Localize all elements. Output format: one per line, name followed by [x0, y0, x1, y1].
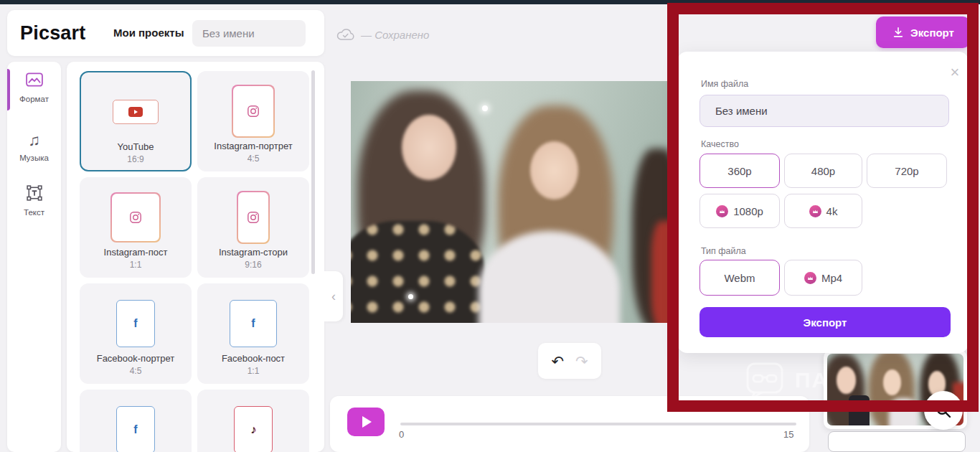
file-type-option-label: Webm	[724, 272, 755, 284]
facebook-frame-shape: f	[116, 406, 155, 452]
video-preview-canvas[interactable]	[351, 81, 671, 323]
quality-option-4k[interactable]: 4k	[784, 194, 862, 228]
instagram-frame-shape	[238, 192, 268, 243]
my-projects-link[interactable]: Мои проекты	[113, 27, 184, 39]
format-tile-instagram-post[interactable]: Instagram-пост 1:1	[80, 177, 192, 278]
text-icon	[7, 185, 61, 205]
close-icon[interactable]: ×	[947, 65, 963, 80]
premium-crown-icon	[716, 205, 728, 217]
quality-option-480p[interactable]: 480p	[784, 154, 862, 188]
quality-option-1080p[interactable]: 1080p	[699, 194, 780, 228]
facebook-icon: f	[133, 317, 137, 330]
timeline-start-label: 0	[399, 429, 404, 440]
timeline-end-label: 15	[783, 429, 793, 440]
file-type-option-mp4[interactable]: Mp4	[784, 260, 862, 296]
instagram-icon	[129, 211, 142, 224]
tile-label: Instagram-стори	[219, 247, 288, 258]
bottom-right-field[interactable]	[828, 431, 966, 452]
sidebar-item-label: Музыка	[7, 154, 61, 162]
sidebar-item-label: Текст	[7, 208, 61, 217]
cloud-check-icon	[336, 27, 355, 42]
quality-option-label: 360p	[727, 165, 751, 177]
quality-option-720p[interactable]: 720p	[867, 154, 947, 188]
facebook-frame-shape: f	[230, 300, 277, 347]
format-tile-facebook-extra[interactable]: f	[80, 390, 192, 452]
panel-collapse-tab[interactable]: ‹	[324, 271, 343, 321]
timeline-track[interactable]	[400, 423, 796, 425]
file-name-label: Имя файла	[701, 79, 748, 89]
format-tile-tiktok[interactable]: ♪	[197, 390, 309, 452]
tile-ratio: 1:1	[248, 366, 260, 376]
download-icon	[892, 26, 905, 39]
quality-option-label: 4k	[826, 205, 838, 217]
instagram-icon	[247, 211, 260, 224]
redo-button[interactable]: ↷	[575, 354, 588, 369]
quality-option-label: 720p	[895, 165, 918, 177]
quality-option-label: 480p	[811, 165, 835, 177]
quality-label: Качество	[701, 139, 739, 149]
tile-label: YouTube	[117, 141, 154, 152]
music-icon: ♫	[7, 131, 61, 151]
site-watermark: ПА	[745, 361, 829, 400]
tiktok-frame-shape: ♪	[234, 406, 273, 452]
youtube-frame-shape	[113, 100, 159, 124]
project-name-input[interactable]	[192, 20, 306, 47]
tile-ratio: 4:5	[248, 154, 260, 164]
format-panel: YouTube 16:9 Instagram-портрет 4:5 Insta…	[67, 62, 324, 452]
file-type-option-webm[interactable]: Webm	[699, 260, 780, 296]
sidebar-item-music[interactable]: ♫ Музыка	[7, 131, 61, 162]
format-tile-youtube[interactable]: YouTube 16:9	[80, 71, 192, 171]
undo-redo-group: ↶ ↷	[538, 343, 601, 379]
quality-option-label: 1080p	[733, 205, 763, 217]
zoom-preview-button[interactable]	[924, 391, 963, 430]
tile-label: Instagram-пост	[104, 247, 168, 258]
picsart-video-editor: Picsart Мои проекты Формат ♫ Музыка	[0, 0, 980, 452]
premium-crown-icon	[804, 272, 816, 284]
format-tile-facebook-post[interactable]: f Facebook-пост 1:1	[197, 283, 309, 384]
file-type-option-label: Mp4	[821, 272, 842, 284]
watermark-glasses-logo	[745, 361, 785, 400]
export-header-label: Экспорт	[910, 27, 954, 39]
tile-label: Facebook-пост	[222, 353, 285, 364]
instagram-icon	[247, 105, 260, 118]
picsart-logo: Picsart	[20, 22, 85, 44]
sidebar-item-label: Формат	[7, 95, 61, 103]
export-dialog: × Имя файла Качество 360p 480p 720p 1080…	[677, 52, 969, 353]
format-icon	[7, 72, 61, 92]
tiktok-icon: ♪	[250, 423, 256, 436]
header: Picsart Мои проекты	[7, 10, 324, 56]
quality-option-360p[interactable]: 360p	[699, 154, 780, 188]
file-name-input[interactable]	[699, 95, 949, 127]
tile-label: Facebook-портрет	[97, 353, 175, 364]
facebook-icon: f	[133, 423, 137, 436]
undo-button[interactable]: ↶	[551, 354, 564, 369]
tool-sidebar: Формат ♫ Музыка Текст	[7, 62, 61, 452]
tile-ratio: 16:9	[127, 154, 143, 164]
facebook-icon: f	[251, 317, 255, 330]
format-tile-facebook-portrait[interactable]: f Facebook-портрет 4:5	[80, 283, 192, 384]
save-status: — Сохранено	[336, 27, 429, 42]
format-tile-instagram-portrait[interactable]: Instagram-портрет 4:5	[197, 71, 309, 171]
instagram-frame-shape	[112, 194, 159, 241]
facebook-frame-shape: f	[116, 300, 155, 347]
sidebar-item-text[interactable]: Текст	[7, 185, 61, 217]
tile-ratio: 1:1	[130, 260, 142, 270]
format-tile-grid: YouTube 16:9 Instagram-портрет 4:5 Insta…	[80, 71, 309, 452]
tile-ratio: 9:16	[245, 260, 261, 270]
magnifier-icon	[935, 402, 952, 419]
file-type-label: Тип файла	[701, 246, 746, 256]
instagram-frame-shape	[233, 86, 273, 136]
browser-top-strip	[0, 0, 980, 4]
export-header-button[interactable]: Экспорт	[876, 17, 970, 48]
save-status-text: — Сохранено	[361, 29, 429, 41]
tile-label: Instagram-портрет	[214, 141, 292, 151]
format-tile-instagram-story[interactable]: Instagram-стори 9:16	[197, 177, 309, 278]
premium-crown-icon	[809, 205, 821, 217]
sidebar-item-format[interactable]: Формат	[7, 72, 61, 103]
panel-scrollbar[interactable]	[311, 70, 315, 274]
export-submit-button[interactable]: Экспорт	[699, 307, 951, 337]
play-button[interactable]	[347, 408, 385, 436]
chevron-left-icon: ‹	[331, 289, 336, 304]
timeline-panel: 0 15	[330, 396, 809, 452]
youtube-play-icon	[128, 107, 143, 117]
